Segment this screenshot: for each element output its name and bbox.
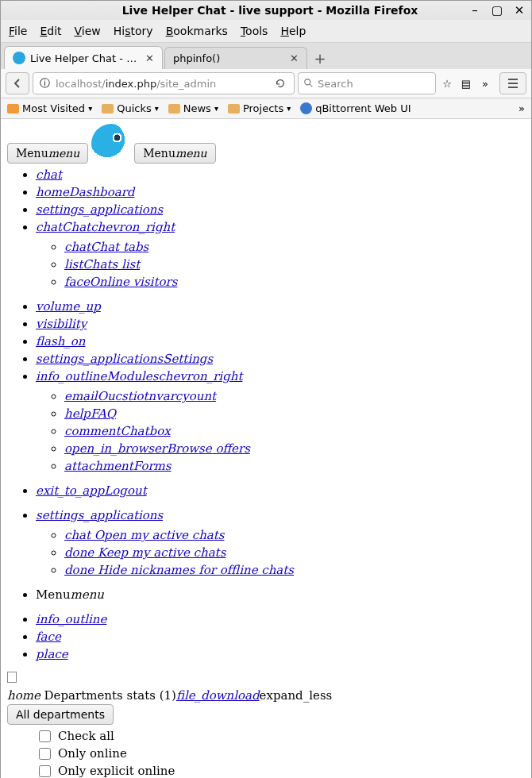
menu-text: Menumenu xyxy=(36,587,104,602)
new-tab-button[interactable]: + xyxy=(309,47,331,69)
pocket-icon[interactable]: ▤ xyxy=(458,78,474,90)
svg-point-0 xyxy=(305,79,310,85)
bookmark-news[interactable]: News▾ xyxy=(168,102,218,114)
checkbox-only-online[interactable] xyxy=(39,748,51,760)
nav-link[interactable]: commentChatbox xyxy=(64,424,171,438)
menu-button-left[interactable]: Menumenu xyxy=(7,143,88,164)
tab-phpinfo[interactable]: phpinfo() ✕ xyxy=(164,47,307,69)
nav-link[interactable]: chatChat tabs xyxy=(64,240,148,254)
maximize-icon[interactable]: ▢ xyxy=(492,5,503,16)
nav-link[interactable]: settings_applicationsSettings xyxy=(36,352,213,366)
address-bar[interactable]: ⓘ localhost/index.php/site_admin xyxy=(33,72,295,94)
hamburger-icon xyxy=(507,77,519,90)
svg-line-1 xyxy=(310,84,313,87)
nav-link[interactable]: volume_up xyxy=(36,299,101,314)
bookmark-projects[interactable]: Projects▾ xyxy=(228,102,291,114)
menu-button-right[interactable]: Menumenu xyxy=(134,143,215,164)
folder-icon xyxy=(7,104,19,114)
url-text: localhost/index.php/site_admin xyxy=(52,78,270,90)
nav-link[interactable]: done Keep my active chats xyxy=(64,545,226,560)
nav-link[interactable]: open_in_browserBrowse offers xyxy=(64,441,250,456)
file-download-link[interactable]: file_download xyxy=(176,688,260,703)
nav-link[interactable]: listChats list xyxy=(64,257,140,272)
close-icon[interactable]: ✕ xyxy=(514,5,525,16)
minimize-icon[interactable]: – xyxy=(469,5,480,16)
window-title: Live Helper Chat - live support - Mozill… xyxy=(71,4,469,17)
nav-link[interactable]: face xyxy=(36,630,61,644)
bookmark-star-icon[interactable]: ☆ xyxy=(439,78,455,90)
bookmark-qbittorrent[interactable]: qBittorrent Web UI xyxy=(300,102,411,114)
bookmark-most-visited[interactable]: Most Visited▾ xyxy=(7,102,92,114)
favicon-icon xyxy=(13,52,25,64)
overflow-icon[interactable]: » xyxy=(477,78,493,90)
nav-link[interactable]: chat Open my active chats xyxy=(64,528,225,542)
all-departments-button[interactable]: All departments xyxy=(7,704,114,725)
nav-link[interactable]: info_outlineModuleschevron_right xyxy=(36,369,242,383)
nav-link[interactable]: visibility xyxy=(36,317,87,331)
nav-link[interactable]: info_outline xyxy=(36,612,106,626)
lhc-logo-icon xyxy=(91,124,131,164)
folder-icon xyxy=(168,104,180,114)
menu-edit[interactable]: Edit xyxy=(40,25,61,37)
qbittorrent-icon xyxy=(300,102,312,114)
reload-icon xyxy=(275,78,286,89)
nav-link[interactable]: emailOucstiotnvarcyount xyxy=(64,389,216,403)
hamburger-menu-button[interactable] xyxy=(499,72,526,94)
menu-file[interactable]: File xyxy=(9,25,27,37)
bookmarks-overflow-icon[interactable]: » xyxy=(519,102,525,114)
menu-help[interactable]: Help xyxy=(280,25,306,37)
menu-bookmarks[interactable]: Bookmarks xyxy=(166,25,228,37)
checkbox-only-explicit[interactable] xyxy=(39,765,51,777)
search-bar[interactable]: Search xyxy=(298,72,436,94)
tab-close-icon[interactable]: ✕ xyxy=(290,52,299,64)
nav-link[interactable]: chat xyxy=(36,168,62,182)
nav-link[interactable]: exit_to_appLogout xyxy=(36,483,147,498)
menu-history[interactable]: History xyxy=(114,25,153,37)
search-icon xyxy=(303,78,314,89)
bookmarks-toolbar: Most Visited▾ Quicks▾ News▾ Projects▾ qB… xyxy=(1,98,531,119)
arrow-left-icon xyxy=(11,77,24,90)
menubar: File Edit View History Bookmarks Tools H… xyxy=(1,20,531,43)
tab-bar: Live Helper Chat - liv... ✕ phpinfo() ✕ … xyxy=(1,43,531,69)
departments-stats-line: home Departments stats (1)file_downloade… xyxy=(7,687,525,704)
nav-link[interactable]: faceOnline visitors xyxy=(64,275,177,289)
tab-live-helper[interactable]: Live Helper Chat - liv... ✕ xyxy=(4,46,163,69)
folder-icon xyxy=(102,104,114,114)
nav-link[interactable]: homeDashboard xyxy=(36,185,134,199)
nav-link[interactable]: flash_on xyxy=(36,334,86,349)
nav-link[interactable]: chatChatchevron_right xyxy=(36,220,175,234)
back-button[interactable] xyxy=(6,72,29,94)
checkbox-check-all[interactable] xyxy=(39,730,51,742)
bookmark-quicks[interactable]: Quicks▾ xyxy=(102,102,159,114)
nav-link[interactable]: settings_applications xyxy=(36,508,163,522)
page-content: Menumenu Menumenu chat homeDashboard set… xyxy=(1,119,531,778)
nav-link[interactable]: helpFAQ xyxy=(64,406,116,421)
nav-link[interactable]: place xyxy=(36,647,68,661)
nav-list: chat homeDashboard settings_applications… xyxy=(21,167,525,499)
menu-tools[interactable]: Tools xyxy=(241,25,268,37)
flag-icon xyxy=(7,672,17,683)
nav-link[interactable]: settings_applications xyxy=(36,202,163,217)
reload-button[interactable] xyxy=(270,78,291,89)
identity-icon[interactable]: ⓘ xyxy=(37,76,52,91)
nav-link[interactable]: attachmentForms xyxy=(64,459,172,473)
tab-close-icon[interactable]: ✕ xyxy=(145,52,154,64)
menu-view[interactable]: View xyxy=(75,25,101,37)
nav-link[interactable]: done Hide nicknames for offline chats xyxy=(64,563,294,577)
folder-icon xyxy=(228,104,240,114)
